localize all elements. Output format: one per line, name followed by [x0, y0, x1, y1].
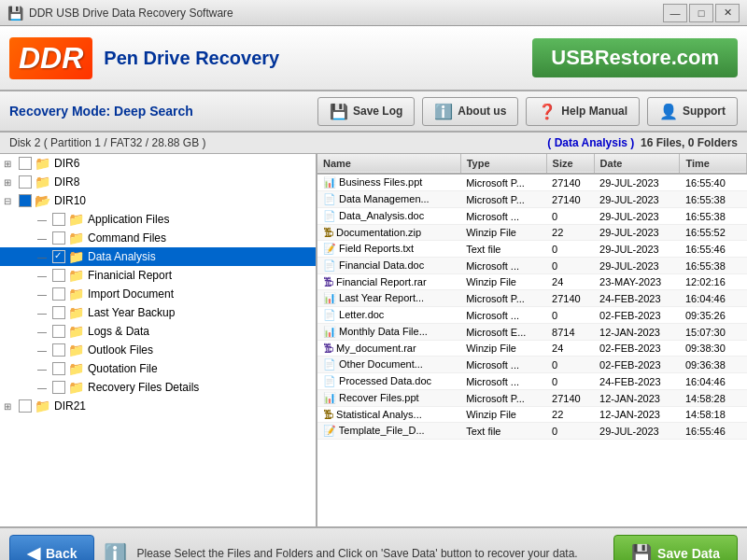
support-button[interactable]: 👤 Support [647, 97, 738, 126]
checkbox-data-analysis[interactable]: ✓ [52, 250, 65, 263]
disk-info-left: Disk 2 ( Partition 1 / FAT32 / 28.88 GB … [9, 136, 206, 149]
col-size[interactable]: Size [546, 154, 594, 174]
tree-item-cmd-files[interactable]: — 📁 Command Files [0, 229, 316, 247]
file-type-icon: 📄 [323, 210, 336, 221]
tree-item-dir6[interactable]: ⊞ 📁 DIR6 [0, 154, 316, 173]
checkbox-import[interactable] [52, 287, 65, 301]
back-button[interactable]: ◀ Back [9, 535, 94, 560]
folder-icon: 📁 [68, 268, 84, 283]
file-type: Text file [460, 241, 546, 258]
tree-item-financial-report[interactable]: — 📁 Finanicial Report [0, 266, 316, 285]
file-date: 12-JAN-2023 [594, 324, 680, 341]
folder-icon: 📁 [68, 305, 84, 320]
table-row[interactable]: 📄 Financial Data.doc Microsoft ... 0 29-… [317, 258, 747, 274]
col-name[interactable]: Name [317, 154, 460, 174]
tree-item-logs[interactable]: — 📁 Logs & Data [0, 322, 316, 341]
back-icon: ◀ [27, 543, 40, 560]
file-type: Winzip File [460, 341, 546, 357]
table-row[interactable]: 🗜 Documentation.zip Winzip File 22 29-JU… [317, 225, 747, 241]
table-row[interactable]: 📄 Data Managemen... Microsoft P... 27140… [317, 191, 747, 208]
checkbox-quotation[interactable] [52, 362, 65, 375]
file-time: 16:55:38 [680, 208, 747, 225]
table-row[interactable]: 📝 Field Reports.txt Text file 0 29-JUL-2… [317, 241, 747, 258]
folder-icon: 📁 [68, 287, 84, 301]
table-row[interactable]: 🗜 Financial Report.rar Winzip File 24 23… [317, 274, 747, 290]
table-header-row: Name Type Size Date Time [317, 154, 747, 174]
file-type: Microsoft ... [460, 258, 546, 274]
folder-icon: 📁 [68, 231, 84, 245]
file-type-icon: 🗜 [323, 343, 333, 354]
help-manual-button[interactable]: ❓ Help Manual [526, 97, 640, 126]
checkbox-last-year[interactable] [52, 306, 65, 319]
file-size: 0 [546, 241, 594, 258]
table-row[interactable]: 📝 Template_File_D... Text file 0 29-JUL-… [317, 423, 747, 440]
file-size: 0 [546, 208, 594, 225]
tree-item-import-doc[interactable]: — 📁 Import Document [0, 285, 316, 303]
table-row[interactable]: 📄 Processed Data.doc Microsoft ... 0 24-… [317, 373, 747, 390]
checkbox-dir6[interactable] [19, 157, 32, 170]
tree-item-outlook[interactable]: — 📁 Outlook Files [0, 341, 316, 359]
tree-item-dir10[interactable]: ⊟ 📂 DIR10 [0, 191, 316, 210]
expand-icon: — [37, 233, 52, 244]
table-row[interactable]: 🗜 My_document.rar Winzip File 24 02-FEB-… [317, 341, 747, 357]
file-table: Name Type Size Date Time 📊 Business File… [317, 154, 747, 440]
titlebar-title: DDR USB Drive Data Recovery Software [29, 7, 663, 20]
file-type-icon: 🗜 [323, 276, 333, 287]
tree-item-recovery-details[interactable]: — 📁 Recovery Files Details [0, 378, 316, 397]
folder-icon: 📁 [68, 361, 84, 376]
maximize-button[interactable]: □ [689, 4, 713, 22]
file-time: 16:55:46 [680, 241, 747, 258]
folder-icon: 📁 [35, 156, 50, 171]
checkbox-recovery[interactable] [52, 381, 65, 394]
table-row[interactable]: 📊 Business Files.ppt Microsoft P... 2714… [317, 174, 747, 191]
file-time: 16:55:52 [680, 225, 747, 241]
file-size: 0 [546, 258, 594, 274]
table-row[interactable]: 📊 Last Year Report... Microsoft P... 271… [317, 290, 747, 307]
file-size: 24 [546, 274, 594, 290]
file-date: 24-FEB-2023 [594, 290, 680, 307]
file-time: 14:58:18 [680, 407, 747, 423]
file-type: Microsoft P... [460, 290, 546, 307]
col-time[interactable]: Time [680, 154, 747, 174]
table-row[interactable]: 🗜 Statistical Analys... Winzip File 22 1… [317, 407, 747, 423]
expand-icon: ⊞ [4, 401, 19, 412]
checkbox-dir8[interactable] [19, 175, 32, 189]
tree-item-dir8[interactable]: ⊞ 📁 DIR8 [0, 173, 316, 191]
tree-item-app-files[interactable]: — 📁 Application Files [0, 210, 316, 229]
tree-item-quotation[interactable]: — 📁 Quotation File [0, 359, 316, 378]
checkbox-financial[interactable] [52, 269, 65, 282]
checkbox-outlook[interactable] [52, 343, 65, 357]
expand-icon: ⊞ [4, 177, 19, 188]
file-type: Winzip File [460, 407, 546, 423]
checkbox-logs[interactable] [52, 325, 65, 338]
table-row[interactable]: 📄 Other Document... Microsoft ... 0 02-F… [317, 357, 747, 373]
close-button[interactable]: ✕ [715, 4, 740, 22]
col-type[interactable]: Type [460, 154, 546, 174]
minimize-button[interactable]: — [663, 4, 687, 22]
checkbox-dir10[interactable] [19, 194, 32, 207]
save-log-button[interactable]: 💾 Save Log [317, 97, 415, 126]
expand-icon: — [37, 308, 52, 318]
table-row[interactable]: 📄 Letter.doc Microsoft ... 0 02-FEB-2023… [317, 307, 747, 324]
table-row[interactable]: 📊 Recover Files.ppt Microsoft P... 27140… [317, 390, 747, 407]
folder-icon: 📁 [68, 343, 84, 357]
file-type-icon: 📊 [323, 176, 336, 188]
save-data-button[interactable]: 💾 Save Data [613, 535, 738, 560]
table-row[interactable]: 📄 Data_Analysis.doc Microsoft ... 0 29-J… [317, 208, 747, 225]
file-time: 16:04:46 [680, 373, 747, 390]
app-icon: 💾 [7, 6, 23, 21]
expand-icon: — [37, 383, 52, 393]
file-type: Microsoft E... [460, 324, 546, 341]
bottom-bar: ◀ Back ℹ️ Please Select the Files and Fo… [0, 526, 747, 560]
checkbox-app-files[interactable] [52, 213, 65, 226]
file-date: 24-FEB-2023 [594, 373, 680, 390]
about-us-button[interactable]: ℹ️ About us [422, 97, 518, 126]
checkbox-dir21[interactable] [19, 399, 32, 413]
folder-icon: 📁 [68, 212, 84, 227]
tree-item-data-analysis[interactable]: — ✓ 📁 Data Analysis [0, 247, 316, 266]
table-row[interactable]: 📊 Monthly Data File... Microsoft E... 87… [317, 324, 747, 341]
checkbox-cmd-files[interactable] [52, 231, 65, 245]
tree-item-last-year[interactable]: — 📁 Last Year Backup [0, 303, 316, 322]
col-date[interactable]: Date [594, 154, 680, 174]
tree-item-dir21[interactable]: ⊞ 📁 DIR21 [0, 397, 316, 415]
